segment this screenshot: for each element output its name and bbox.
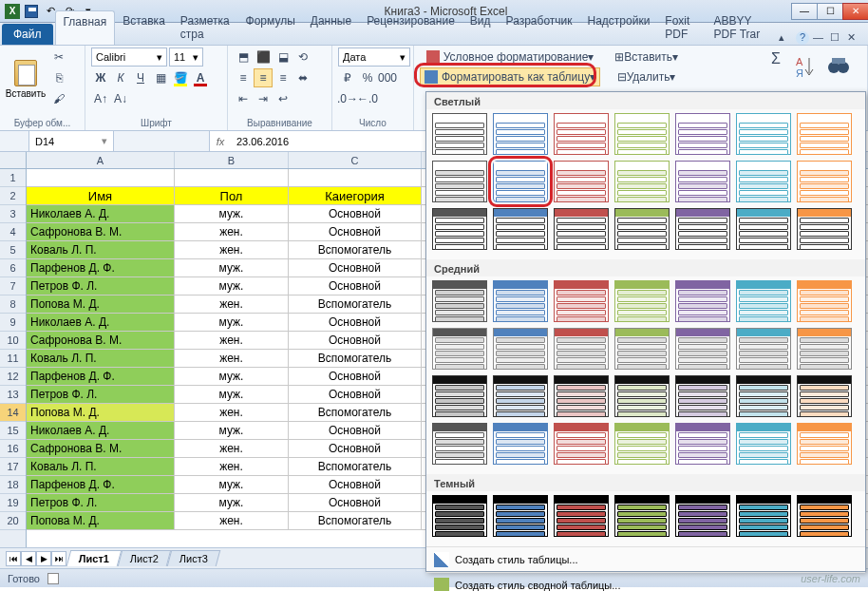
- table-style-swatch[interactable]: [614, 161, 670, 202]
- align-center-button[interactable]: ≡: [254, 68, 273, 87]
- maximize-button[interactable]: ☐: [817, 3, 843, 20]
- ribbon-tab[interactable]: Вставка: [115, 10, 173, 45]
- cell[interactable]: Парфенов Д. Ф.: [27, 259, 175, 276]
- sheet-nav-next-button[interactable]: ▶: [36, 551, 51, 566]
- cell[interactable]: Вспомогатель: [289, 350, 422, 367]
- table-style-swatch[interactable]: [675, 161, 730, 202]
- cell[interactable]: муж.: [175, 476, 289, 493]
- table-style-swatch[interactable]: [614, 423, 670, 465]
- cut-button[interactable]: ✂: [49, 48, 68, 67]
- row-header[interactable]: 2: [0, 187, 26, 205]
- table-style-swatch[interactable]: [736, 328, 791, 370]
- cell[interactable]: Николаев А. Д.: [27, 422, 175, 439]
- font-color-button[interactable]: A: [191, 68, 210, 87]
- number-format-select[interactable]: Дата▾: [338, 48, 410, 67]
- ribbon-tab[interactable]: Рецензирование: [359, 10, 462, 45]
- select-all-corner[interactable]: [0, 152, 26, 169]
- header-name[interactable]: Имя: [27, 187, 175, 204]
- doc-minimize-icon[interactable]: —: [813, 31, 826, 45]
- orientation-button[interactable]: ⟲: [293, 48, 312, 67]
- table-style-swatch[interactable]: [493, 375, 548, 417]
- cell[interactable]: муж.: [175, 259, 289, 276]
- doc-restore-icon[interactable]: ☐: [830, 31, 843, 45]
- cell[interactable]: жен.: [175, 350, 289, 367]
- table-style-swatch[interactable]: [797, 375, 852, 417]
- merge-button[interactable]: ⬌: [293, 68, 312, 87]
- fx-button[interactable]: fx: [210, 136, 231, 147]
- table-style-swatch[interactable]: [736, 113, 791, 155]
- cell[interactable]: Основной: [289, 223, 422, 240]
- table-style-swatch[interactable]: [675, 328, 730, 370]
- table-style-swatch[interactable]: [797, 495, 852, 537]
- table-style-swatch[interactable]: [736, 208, 791, 250]
- sheet-nav-prev-button[interactable]: ◀: [21, 551, 36, 566]
- paste-button[interactable]: Вставить: [6, 48, 46, 110]
- cell[interactable]: Попова М. Д.: [27, 296, 175, 313]
- table-style-swatch[interactable]: [432, 161, 487, 202]
- table-style-swatch[interactable]: [797, 208, 852, 250]
- excel-icon[interactable]: X: [4, 3, 21, 20]
- cell[interactable]: муж.: [175, 494, 289, 511]
- bold-button[interactable]: Ж: [91, 68, 110, 87]
- sheet-tab[interactable]: Лист1: [66, 550, 123, 566]
- cell[interactable]: муж.: [175, 314, 289, 331]
- table-style-swatch[interactable]: [432, 375, 487, 417]
- align-right-button[interactable]: ≡: [274, 68, 292, 87]
- ribbon-tab[interactable]: Надстройки: [580, 10, 658, 45]
- format-as-table-button[interactable]: Форматировать как таблицу ▾: [420, 67, 600, 86]
- cell[interactable]: Петров Ф. Л.: [27, 277, 175, 295]
- table-style-swatch[interactable]: [432, 113, 487, 155]
- cell[interactable]: Основной: [289, 277, 422, 295]
- indent-decrease-button[interactable]: ⇤: [234, 89, 253, 108]
- cell[interactable]: Основной: [289, 205, 422, 222]
- ribbon-tab[interactable]: Вид: [462, 10, 499, 45]
- ribbon-tab[interactable]: Формулы: [238, 10, 303, 45]
- cell[interactable]: Парфенов Д. Ф.: [27, 476, 175, 493]
- ribbon-tab[interactable]: Данные: [303, 10, 359, 45]
- name-box[interactable]: D14▾: [28, 131, 114, 151]
- table-style-swatch[interactable]: [554, 161, 609, 202]
- table-style-swatch[interactable]: [675, 280, 730, 322]
- cell[interactable]: Вспомогатель: [289, 241, 422, 258]
- new-table-style-button[interactable]: Создать стиль таблицы...: [426, 546, 865, 572]
- percent-button[interactable]: %: [358, 68, 377, 87]
- cell[interactable]: муж.: [175, 205, 289, 222]
- row-header[interactable]: 20: [0, 512, 26, 530]
- table-style-swatch[interactable]: [736, 423, 791, 465]
- table-style-swatch[interactable]: [493, 280, 548, 322]
- ribbon-tab[interactable]: Разметка стра: [173, 10, 238, 45]
- row-header[interactable]: 14: [0, 404, 26, 422]
- table-style-swatch[interactable]: [554, 208, 609, 250]
- cell[interactable]: Основной: [289, 368, 422, 385]
- cell[interactable]: Сафронова В. М.: [27, 332, 175, 349]
- ribbon-tab[interactable]: Разработчик: [499, 10, 580, 45]
- cell[interactable]: Вспомогатель: [289, 458, 422, 475]
- underline-button[interactable]: Ч: [131, 68, 150, 87]
- table-style-swatch[interactable]: [614, 113, 670, 155]
- cell[interactable]: Сафронова В. М.: [27, 223, 175, 240]
- row-header[interactable]: 8: [0, 296, 26, 314]
- row-header[interactable]: 3: [0, 205, 26, 223]
- minimize-ribbon-icon[interactable]: ▴: [779, 31, 792, 45]
- col-header-b[interactable]: B: [175, 152, 289, 168]
- row-header[interactable]: 11: [0, 350, 26, 368]
- cell[interactable]: Вспомогатель: [289, 512, 422, 529]
- cell[interactable]: жен.: [175, 512, 289, 529]
- decrease-decimal-button[interactable]: ←.0: [358, 89, 377, 108]
- help-icon[interactable]: ?: [796, 31, 809, 45]
- table-style-swatch[interactable]: [554, 113, 609, 155]
- cell[interactable]: муж.: [175, 368, 289, 385]
- table-style-swatch[interactable]: [493, 161, 548, 202]
- cell[interactable]: Основной: [289, 386, 422, 403]
- minimize-button[interactable]: —: [791, 3, 818, 20]
- row-header[interactable]: 17: [0, 458, 26, 476]
- border-button[interactable]: ▦: [151, 68, 170, 87]
- font-size-select[interactable]: 11 ▾: [169, 48, 203, 67]
- conditional-formatting-button[interactable]: Условное форматирование ▾: [420, 48, 600, 67]
- row-header[interactable]: 12: [0, 368, 26, 386]
- cell[interactable]: жен.: [175, 458, 289, 475]
- ribbon-tab[interactable]: ABBYY PDF Trar: [707, 10, 780, 45]
- cell[interactable]: жен.: [175, 332, 289, 349]
- table-style-swatch[interactable]: [675, 495, 730, 537]
- doc-close-icon[interactable]: ✕: [847, 31, 860, 45]
